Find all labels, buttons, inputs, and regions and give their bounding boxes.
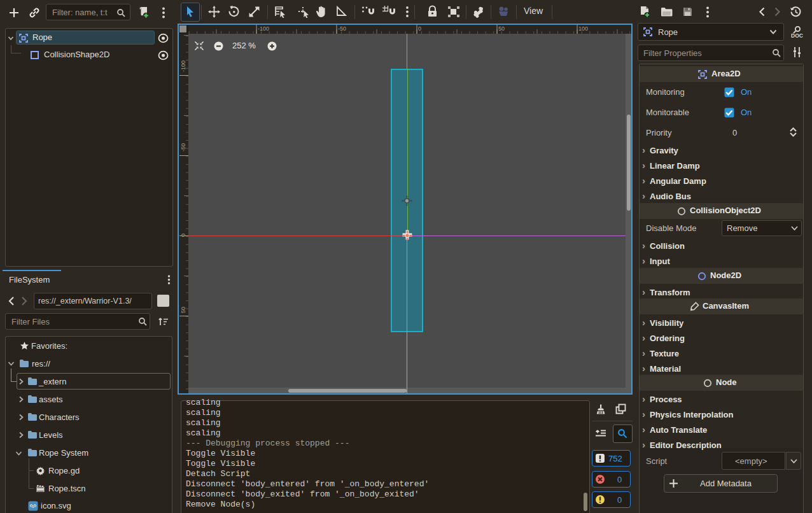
svg-text:DOC: DOC	[791, 32, 803, 39]
